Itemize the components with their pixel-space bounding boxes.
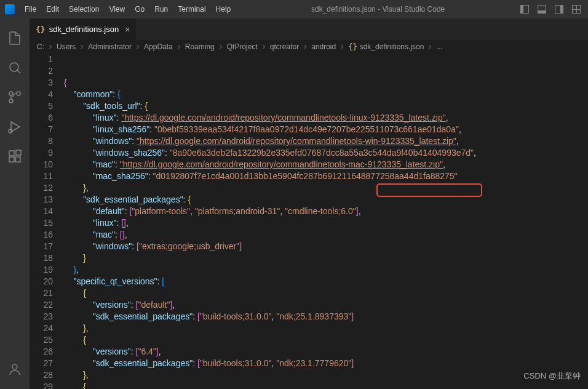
chevron-right-icon <box>301 43 309 50</box>
breadcrumb-segment[interactable]: C: <box>37 42 44 51</box>
customize-layout-icon[interactable] <box>572 5 581 14</box>
breadcrumb-segment[interactable]: qtcreator <box>270 42 299 51</box>
vscode-logo-icon <box>5 4 15 14</box>
line-number: 6 <box>30 112 53 124</box>
chevron-right-icon <box>47 43 54 50</box>
line-number: 2 <box>30 65 53 77</box>
toggle-sidebar-icon[interactable] <box>520 5 529 14</box>
menu-run[interactable]: Run <box>149 2 173 16</box>
code-line[interactable]: "default": ["platform-tools", "platforms… <box>64 206 588 217</box>
line-number: 13 <box>30 194 53 206</box>
line-number: 27 <box>30 358 53 369</box>
breadcrumb-segment[interactable]: QtProject <box>227 42 258 51</box>
line-number-gutter: 1234567891011121314151617181920212223242… <box>30 54 64 389</box>
editor[interactable]: 1234567891011121314151617181920212223242… <box>30 54 588 389</box>
editor-area: {} sdk_definitions.json × C:UsersAdminis… <box>30 18 588 389</box>
breadcrumb-segment[interactable]: {}sdk_definitions.json <box>348 42 424 51</box>
close-icon[interactable]: × <box>125 25 130 34</box>
code-line[interactable]: "linux": [], <box>64 217 588 229</box>
chevron-right-icon <box>260 43 268 50</box>
code-line[interactable]: "versions": ["default"], <box>64 299 588 311</box>
line-number: 4 <box>30 89 53 100</box>
line-number: 24 <box>30 323 53 334</box>
code-line[interactable]: }, <box>64 264 588 276</box>
line-number: 22 <box>30 299 53 311</box>
code-line[interactable]: "sdk_essential_packages": ["build-tools;… <box>64 311 588 323</box>
tab-sdk-definitions[interactable]: {} sdk_definitions.json × <box>30 18 136 40</box>
svg-rect-7 <box>9 151 14 156</box>
svg-rect-9 <box>15 157 20 162</box>
code-line[interactable]: }, <box>64 369 588 381</box>
line-number: 15 <box>30 217 53 229</box>
menu-help[interactable]: Help <box>211 2 236 16</box>
extensions-icon[interactable] <box>0 142 30 171</box>
toggle-panel-icon[interactable] <box>538 5 546 14</box>
layout-controls <box>520 5 583 14</box>
code-line[interactable]: "sdk_essential_packages": { <box>64 194 588 206</box>
line-number: 1 <box>30 54 53 65</box>
breadcrumb-segment[interactable]: AppData <box>144 42 173 51</box>
code-line[interactable]: { <box>64 77 588 89</box>
line-number: 28 <box>30 369 53 381</box>
line-number: 18 <box>30 252 53 264</box>
line-number: 8 <box>30 135 53 147</box>
tab-filename: sdk_definitions.json <box>49 25 119 34</box>
breadcrumb-segment[interactable]: Roaming <box>185 42 215 51</box>
code-line[interactable]: "mac": [], <box>64 229 588 241</box>
code-line[interactable]: "mac_sha256": "d0192807f7e1cd4a001d13bb1… <box>64 170 588 182</box>
code-line[interactable]: "versions": ["6.4"], <box>64 346 588 358</box>
code-line[interactable]: "specific_qt_versions": [ <box>64 276 588 287</box>
line-number: 9 <box>30 147 53 159</box>
code-line[interactable]: { <box>64 381 588 389</box>
code-line[interactable]: "linux_sha256": "0bebf59339eaa534f4217f8… <box>64 124 588 135</box>
line-number: 26 <box>30 346 53 358</box>
run-debug-icon[interactable] <box>0 112 30 142</box>
code-line[interactable]: "windows": "https://dl.google.com/androi… <box>64 135 588 147</box>
line-number: 20 <box>30 276 53 287</box>
code-line[interactable]: } <box>64 252 588 264</box>
menubar: FileEditSelectionViewGoRunTerminalHelp <box>20 2 236 16</box>
breadcrumb-segment[interactable]: Users <box>57 42 76 51</box>
line-number: 10 <box>30 159 53 170</box>
line-number: 19 <box>30 264 53 276</box>
code-content[interactable]: { "common": { "sdk_tools_url": { "linux"… <box>64 54 588 389</box>
menu-terminal[interactable]: Terminal <box>173 2 210 16</box>
breadcrumb-segment[interactable]: ... <box>436 42 442 51</box>
menu-view[interactable]: View <box>104 2 130 16</box>
explorer-icon[interactable] <box>0 23 30 53</box>
code-line[interactable]: }, <box>64 182 588 194</box>
highlight-annotation <box>376 183 482 197</box>
watermark-text: CSDN @韭菜钟 <box>523 371 581 382</box>
source-control-icon[interactable] <box>0 82 30 112</box>
code-line[interactable]: "windows_sha256": "8a90e6a3deb2fa13229b2… <box>64 147 588 159</box>
menu-file[interactable]: File <box>20 2 41 16</box>
activity-bar <box>0 18 30 389</box>
breadcrumb-segment[interactable]: android <box>311 42 336 51</box>
svg-point-4 <box>9 92 13 95</box>
title-bar: FileEditSelectionViewGoRunTerminalHelp s… <box>0 0 588 18</box>
code-line[interactable]: "common": { <box>64 89 588 100</box>
chevron-right-icon <box>134 43 141 50</box>
accounts-icon[interactable] <box>0 355 30 384</box>
line-number: 12 <box>30 182 53 194</box>
svg-point-3 <box>9 99 13 103</box>
code-line[interactable]: "sdk_essential_packages": ["build-tools;… <box>64 358 588 369</box>
code-line[interactable]: { <box>64 287 588 299</box>
code-line[interactable]: "windows": ["extras;google;usb_driver"] <box>64 241 588 252</box>
svg-rect-8 <box>9 157 14 162</box>
breadcrumb-segment[interactable]: Administrator <box>88 42 132 51</box>
menu-go[interactable]: Go <box>130 2 149 16</box>
code-line[interactable]: { <box>64 334 588 346</box>
chevron-right-icon <box>426 43 434 50</box>
json-file-icon: {} <box>348 42 357 51</box>
menu-edit[interactable]: Edit <box>41 2 64 16</box>
code-line[interactable]: "mac": "https://dl.google.com/android/re… <box>64 159 588 170</box>
toggle-secondary-sidebar-icon[interactable] <box>555 5 563 14</box>
search-icon[interactable] <box>0 53 30 82</box>
tab-bar: {} sdk_definitions.json × <box>30 18 588 40</box>
code-line[interactable]: "linux": "https://dl.google.com/android/… <box>64 112 588 124</box>
code-line[interactable]: "sdk_tools_url": { <box>64 100 588 112</box>
menu-selection[interactable]: Selection <box>64 2 104 16</box>
code-line[interactable]: }, <box>64 323 588 334</box>
breadcrumb[interactable]: C:UsersAdministratorAppDataRoamingQtProj… <box>30 40 588 54</box>
